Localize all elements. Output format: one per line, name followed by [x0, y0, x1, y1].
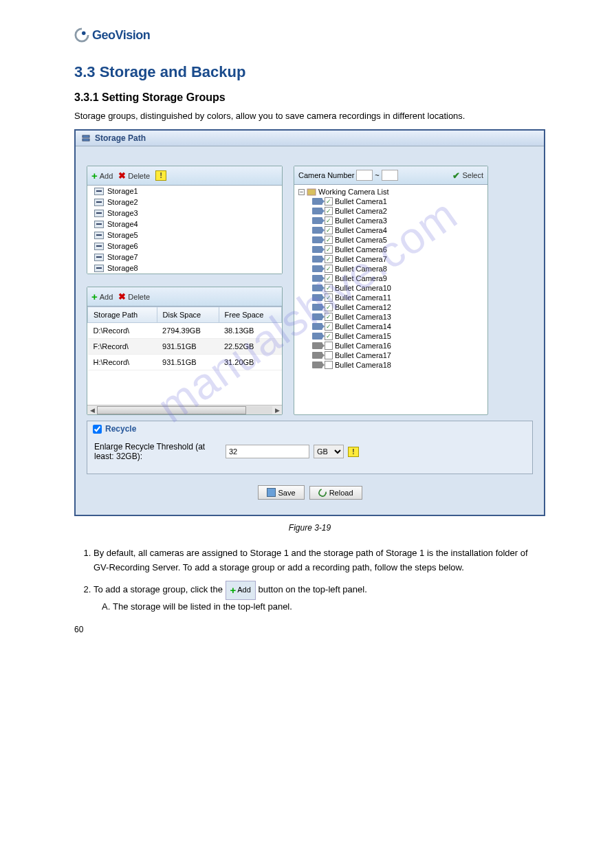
drive-icon: [94, 221, 104, 228]
table-row[interactable]: D:\Record\2794.39GB38.13GB: [88, 323, 282, 339]
camera-checkbox[interactable]: ✓: [325, 332, 333, 340]
select-cameras-button[interactable]: ✔Select: [452, 170, 483, 181]
camera-checkbox[interactable]: ✓: [325, 293, 333, 302]
camera-item[interactable]: ✓Bullet Camera15: [297, 331, 485, 341]
camera-checkbox[interactable]: ✓: [325, 236, 333, 244]
camera-item[interactable]: ✓Bullet Camera1: [297, 197, 485, 206]
add-path-button[interactable]: +Add: [91, 291, 113, 302]
camera-checkbox[interactable]: ✓: [325, 226, 333, 234]
storage-groups-panel: +Add ✖Delete ! Storage1Storage2Storage3S…: [87, 166, 283, 274]
camera-icon: [312, 208, 322, 214]
table-row[interactable]: F:\Record\931.51GB22.52GB: [88, 339, 282, 355]
camera-tree[interactable]: − Working Camera List ✓Bullet Camera1✓Bu…: [294, 185, 487, 398]
camera-checkbox[interactable]: ✓: [325, 207, 333, 215]
drive-icon: [94, 254, 104, 261]
storage-item[interactable]: Storage4: [87, 219, 282, 230]
camera-item[interactable]: Bullet Camera17: [297, 350, 485, 360]
camera-from-input[interactable]: [356, 170, 373, 181]
table-row[interactable]: H:\Record\931.51GB31.20GB: [88, 355, 282, 370]
to-separator: ~: [375, 171, 379, 179]
storage-item[interactable]: Storage8: [87, 263, 282, 274]
threshold-label: Enlarge Recycle Threshold (at least: 32G…: [94, 442, 221, 461]
camera-item[interactable]: Bullet Camera18: [297, 360, 485, 370]
camera-checkbox[interactable]: ✓: [325, 284, 333, 292]
camera-item[interactable]: ✓Bullet Camera12: [297, 302, 485, 312]
storage-path-window: Storage Path +Add ✖Delete ! Storage1Stor…: [74, 129, 545, 516]
camera-checkbox[interactable]: ✓: [325, 274, 333, 282]
warning-icon[interactable]: !: [155, 170, 166, 181]
camera-icon: [312, 227, 322, 234]
camera-number-label: Camera Number: [298, 171, 354, 179]
camera-item[interactable]: ✓Bullet Camera5: [297, 235, 485, 245]
camera-item[interactable]: ✓Bullet Camera2: [297, 206, 485, 216]
storage-toolbar: +Add ✖Delete !: [87, 166, 282, 186]
camera-checkbox[interactable]: ✓: [325, 303, 333, 311]
page-number: 60: [74, 625, 83, 634]
camera-item[interactable]: ✓Bullet Camera9: [297, 274, 485, 283]
camera-item[interactable]: Bullet Camera16: [297, 341, 485, 350]
window-title: Storage Path: [95, 133, 146, 143]
storage-item[interactable]: Storage1: [87, 186, 282, 197]
recycle-checkbox[interactable]: [93, 425, 102, 434]
storage-list[interactable]: Storage1Storage2Storage3Storage4Storage5…: [87, 186, 282, 274]
save-button[interactable]: Save: [258, 485, 305, 500]
section-heading: 3.3.1 Setting Storage Groups: [74, 91, 545, 104]
camera-icon: [312, 313, 322, 320]
camera-checkbox[interactable]: ✓: [325, 322, 333, 331]
camera-icon: [312, 236, 322, 243]
warning-icon[interactable]: !: [348, 447, 359, 457]
camera-to-input[interactable]: [382, 170, 398, 181]
threshold-input[interactable]: [226, 445, 309, 458]
delete-storage-button[interactable]: ✖Delete: [118, 170, 150, 181]
scroll-right-icon[interactable]: ▶: [272, 407, 282, 414]
camera-item[interactable]: ✓Bullet Camera11: [297, 293, 485, 302]
threshold-unit-select[interactable]: GB: [314, 445, 344, 458]
reload-button[interactable]: Reload: [309, 486, 362, 500]
drive-icon: [94, 265, 104, 272]
camera-item[interactable]: ✓Bullet Camera13: [297, 312, 485, 322]
camera-checkbox[interactable]: ✓: [325, 255, 333, 263]
camera-checkbox[interactable]: ✓: [325, 216, 333, 225]
camera-icon: [312, 285, 322, 291]
camera-checkbox[interactable]: [325, 351, 333, 359]
camera-item[interactable]: ✓Bullet Camera6: [297, 245, 485, 254]
recycle-section: Recycle Enlarge Recycle Threshold (at le…: [87, 421, 533, 474]
button-row: Save Reload: [87, 474, 533, 504]
camera-toolbar: Camera Number ~ ✔Select: [294, 166, 487, 185]
camera-checkbox[interactable]: ✓: [325, 197, 333, 205]
camera-checkbox[interactable]: ✓: [325, 313, 333, 321]
plus-icon: +: [91, 291, 98, 302]
x-icon: ✖: [118, 291, 126, 302]
camera-item[interactable]: ✓Bullet Camera14: [297, 322, 485, 331]
collapse-icon[interactable]: −: [298, 189, 305, 195]
camera-checkbox[interactable]: [325, 361, 333, 369]
add-storage-button[interactable]: +Add: [91, 170, 113, 181]
figure-caption: Figure 3-19: [74, 523, 545, 533]
col-path[interactable]: Storage Path: [88, 307, 157, 323]
camera-icon: [312, 342, 322, 349]
storage-item[interactable]: Storage2: [87, 197, 282, 208]
storage-item[interactable]: Storage3: [87, 208, 282, 219]
recycle-label: Recycle: [105, 424, 136, 434]
camera-icon: [312, 361, 322, 368]
camera-checkbox[interactable]: [325, 342, 333, 350]
camera-item[interactable]: ✓Bullet Camera7: [297, 254, 485, 264]
storage-item[interactable]: Storage7: [87, 252, 282, 263]
camera-item[interactable]: ✓Bullet Camera10: [297, 283, 485, 293]
camera-checkbox[interactable]: ✓: [325, 245, 333, 254]
save-icon: [267, 488, 276, 497]
horizontal-scrollbar[interactable]: ◀ ▶: [87, 405, 282, 414]
camera-item[interactable]: ✓Bullet Camera3: [297, 216, 485, 225]
camera-item[interactable]: ✓Bullet Camera4: [297, 225, 485, 235]
logo-icon: [74, 27, 89, 43]
col-disk[interactable]: Disk Space: [157, 307, 219, 323]
storage-item[interactable]: Storage6: [87, 241, 282, 252]
delete-path-button[interactable]: ✖Delete: [118, 291, 150, 302]
scroll-left-icon[interactable]: ◀: [87, 407, 97, 414]
tree-root[interactable]: − Working Camera List: [297, 187, 485, 197]
steps: By default, all cameras are assigned to …: [74, 546, 545, 614]
storage-item[interactable]: Storage5: [87, 230, 282, 241]
col-free[interactable]: Free Space: [219, 307, 282, 323]
camera-checkbox[interactable]: ✓: [325, 265, 333, 273]
camera-item[interactable]: ✓Bullet Camera8: [297, 264, 485, 274]
